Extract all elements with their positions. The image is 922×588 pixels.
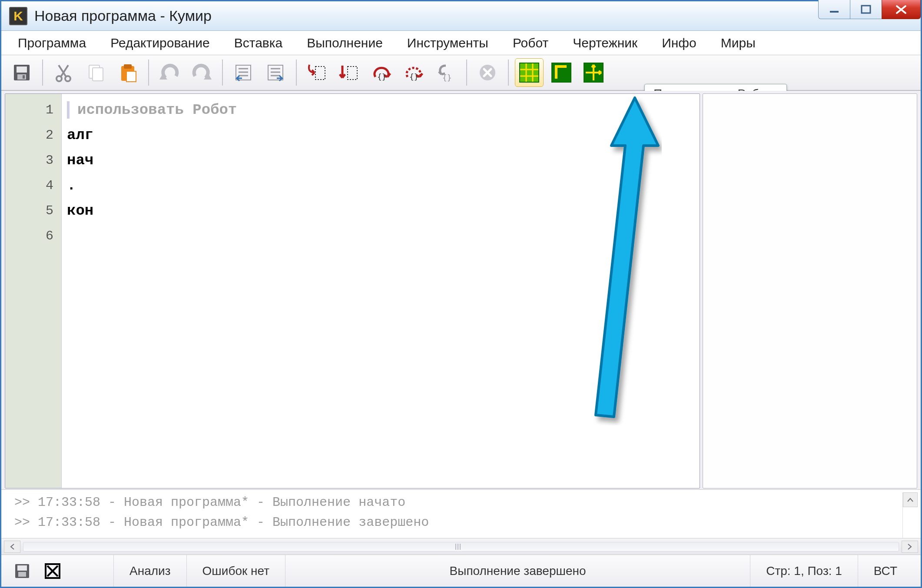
svg-rect-21	[520, 63, 539, 82]
save-icon	[12, 63, 31, 82]
svg-rect-5	[23, 75, 25, 79]
code-text: .	[67, 177, 76, 194]
svg-rect-15	[315, 66, 325, 80]
svg-text:{}: {}	[409, 72, 419, 81]
log-line: >> 17:33:58 - Новая программа* - Выполне…	[14, 492, 902, 512]
log-scrollbar[interactable]	[902, 492, 917, 538]
menu-insert[interactable]: Вставка	[222, 31, 295, 55]
show-drafter-button[interactable]	[547, 58, 576, 87]
redo-button[interactable]	[187, 58, 216, 87]
status-cursor: Стр: 1, Поз: 1	[750, 555, 858, 587]
svg-text:{}: {}	[442, 73, 452, 82]
code-line[interactable]: использовать Робот	[62, 97, 700, 123]
scroll-right-button[interactable]	[902, 541, 918, 553]
menu-execute[interactable]: Выполнение	[295, 31, 395, 55]
svg-point-6	[56, 76, 62, 81]
horizontal-scrollbar[interactable]	[1, 538, 921, 555]
chevron-right-icon	[907, 543, 913, 550]
main-row: 1 2 3 4 5 6 использовать Робот алг нач .	[1, 91, 921, 489]
code-line[interactable]: алг	[62, 123, 700, 148]
toolbar-sep	[508, 60, 509, 86]
line-number: 6	[5, 223, 61, 249]
step-into-button[interactable]	[303, 58, 332, 87]
copy-button[interactable]	[81, 58, 110, 87]
redo-icon	[191, 63, 212, 82]
maximize-button[interactable]	[850, 0, 882, 19]
editor-pane[interactable]: 1 2 3 4 5 6 использовать Робот алг нач .	[5, 93, 700, 488]
svg-rect-27	[17, 565, 27, 571]
menu-program[interactable]: Программа	[6, 31, 98, 55]
status-insert-mode: ВСТ	[858, 555, 913, 587]
menu-robot[interactable]: Робот	[501, 31, 560, 55]
show-robot-grid-icon	[518, 61, 541, 84]
code-text: нач	[67, 152, 93, 169]
paste-button[interactable]	[113, 58, 142, 87]
cut-button[interactable]	[49, 58, 78, 87]
code-line[interactable]	[62, 223, 700, 249]
run-small-step-button[interactable]: {}	[399, 58, 428, 87]
toolbar-sep	[222, 60, 223, 86]
show-axes-button[interactable]	[579, 58, 608, 87]
comment-bar-icon	[67, 101, 70, 119]
code-text: алг	[67, 127, 93, 143]
app-icon: K	[9, 7, 27, 25]
line-number: 3	[5, 148, 61, 173]
code-line[interactable]: .	[62, 173, 700, 198]
save-small-icon[interactable]	[13, 562, 31, 580]
status-icons	[9, 555, 79, 587]
svg-rect-1	[862, 6, 870, 13]
scroll-left-button[interactable]	[4, 541, 20, 553]
line-number: 2	[5, 123, 61, 148]
stop-button[interactable]	[473, 58, 502, 87]
run-block-icon: {}	[371, 62, 392, 83]
run-block-button[interactable]: {}	[367, 58, 396, 87]
toolbar-sep	[466, 60, 467, 86]
toolbar-sep	[296, 60, 297, 86]
scroll-track[interactable]	[23, 542, 899, 551]
menu-drafter[interactable]: Чертежник	[560, 31, 650, 55]
run-to-end-button[interactable]: {}	[431, 58, 460, 87]
statusbar: Анализ Ошибок нет Выполнение завершено С…	[1, 555, 921, 587]
menu-tools[interactable]: Инструменты	[395, 31, 501, 55]
outdent-button[interactable]	[229, 58, 258, 87]
show-drafter-icon	[550, 61, 573, 84]
show-axes-icon	[582, 61, 605, 84]
minimize-button[interactable]	[818, 0, 850, 19]
indent-button[interactable]	[261, 58, 290, 87]
menu-info[interactable]: Инфо	[650, 31, 709, 55]
run-to-end-icon: {}	[435, 62, 456, 83]
line-number: 5	[5, 198, 61, 223]
menu-edit[interactable]: Редактирование	[98, 31, 222, 55]
svg-rect-16	[348, 66, 357, 80]
svg-rect-12	[126, 71, 136, 82]
toolbar-sep	[148, 60, 149, 86]
window-title: Новая программа - Кумир	[34, 7, 212, 24]
code-line[interactable]: нач	[62, 148, 700, 173]
show-robot-button[interactable]	[515, 58, 544, 87]
code-text: кон	[67, 203, 93, 219]
svg-rect-0	[830, 11, 839, 13]
log-lines: >> 17:33:58 - Новая программа* - Выполне…	[14, 492, 902, 538]
copy-icon	[86, 63, 106, 83]
titlebar: K Новая программа - Кумир	[1, 1, 921, 31]
window-buttons	[819, 0, 921, 19]
code-text: использовать Робот	[77, 102, 237, 118]
side-panel	[703, 93, 917, 488]
paste-icon	[118, 63, 138, 83]
svg-text:{}: {}	[377, 72, 387, 81]
close-button[interactable]	[882, 0, 921, 19]
undo-button[interactable]	[155, 58, 184, 87]
code-line[interactable]: кон	[62, 198, 700, 223]
line-number: 4	[5, 173, 61, 198]
menu-worlds[interactable]: Миры	[709, 31, 768, 55]
chevron-up-icon	[907, 497, 914, 502]
code-area[interactable]: использовать Робот алг нач . кон	[62, 94, 700, 488]
cancel-small-icon[interactable]	[44, 562, 61, 580]
step-over-button[interactable]	[335, 58, 364, 87]
save-button[interactable]	[7, 58, 36, 87]
window: K Новая программа - Кумир Программа Реда…	[0, 0, 922, 588]
log-panel: >> 17:33:58 - Новая программа* - Выполне…	[1, 489, 921, 538]
svg-rect-11	[124, 64, 132, 69]
scroll-up-button[interactable]	[903, 492, 918, 507]
toolbar-sep	[42, 60, 43, 86]
